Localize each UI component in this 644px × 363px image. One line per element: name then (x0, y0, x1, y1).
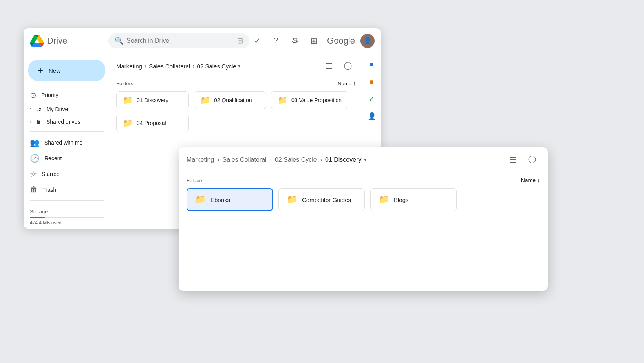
window2-body: Folders Name ↓ 📁 Ebooks 📁 Competitor Gui… (179, 172, 548, 291)
w2-sort-button[interactable]: Name ↓ (521, 177, 540, 183)
logo-area: Drive (30, 34, 108, 48)
folders-section-header: Folders Name ↑ (116, 77, 356, 91)
w2-folder-competitor-guides[interactable]: 📁 Competitor Guides (278, 188, 365, 211)
w2-list-view-btn[interactable]: ☰ (505, 152, 521, 168)
storage-bar-fill (30, 217, 45, 218)
rs-docs-icon[interactable]: ■ (364, 57, 380, 72)
breadcrumb-actions: ☰ ⓘ (321, 58, 356, 74)
w2-sort-label: Name (521, 177, 536, 183)
w2-breadcrumb-sales-collateral[interactable]: Sales Collateral (223, 156, 267, 163)
w2-sort-desc-icon: ↓ (537, 177, 540, 183)
breadcrumb: Marketing › Sales Collateral › 02 Sales … (116, 53, 356, 77)
sort-asc-icon: ↑ (353, 80, 356, 86)
list-view-btn[interactable]: ☰ (321, 58, 337, 74)
sidebar-item-label: Recent (44, 155, 62, 161)
w2-breadcrumb-marketing[interactable]: Marketing (187, 156, 214, 163)
sidebar-item-label: Trash (42, 187, 56, 193)
apps-icon-btn[interactable]: ⊞ (306, 33, 322, 49)
w2-folder-icon: 📁 (287, 194, 297, 205)
window2-actions: ☰ ⓘ (505, 152, 540, 168)
window-drive-discovery: Marketing › Sales Collateral › 02 Sales … (179, 147, 548, 291)
breadcrumb-sep1: › (145, 62, 146, 70)
rs-sheets-icon[interactable]: ■ (364, 74, 380, 90)
window2-header: Marketing › Sales Collateral › 02 Sales … (179, 147, 548, 172)
w2-folder-icon: 📁 (195, 194, 206, 205)
w2-folder-name: Blogs (394, 196, 409, 203)
storage-label: Storage (30, 209, 104, 214)
sidebar-item-shared-with-me[interactable]: 👥 Shared with me (24, 135, 105, 150)
w2-folders-section-header: Folders Name ↓ (187, 172, 540, 188)
chevron-icon: › (30, 106, 31, 112)
info-btn[interactable]: ⓘ (340, 58, 356, 74)
w2-folder-name: Ebooks (210, 196, 230, 203)
folder-02-qualification[interactable]: 📁 02 Qualification (194, 91, 266, 109)
chevron-icon: › (30, 119, 31, 125)
search-input[interactable] (126, 37, 234, 44)
chevron-down-icon[interactable]: ▾ (238, 63, 240, 69)
sidebar-divider2 (30, 200, 104, 201)
breadcrumb-marketing[interactable]: Marketing (116, 63, 142, 70)
new-button[interactable]: ＋ New (28, 60, 105, 81)
search-icon: 🔍 (115, 37, 123, 45)
avatar[interactable]: 👤 (360, 34, 375, 48)
breadcrumb-sep2: › (192, 62, 194, 70)
header-actions: ✓ ? ⚙ ⊞ Google 👤 (249, 33, 375, 49)
folder-03-value-proposition[interactable]: 📁 03 Value Proposition (271, 91, 348, 109)
starred-icon: ☆ (30, 169, 37, 179)
w2-folders-grid: 📁 Ebooks 📁 Competitor Guides 📁 Blogs (187, 188, 540, 211)
sidebar-item-starred[interactable]: ☆ Starred (24, 166, 105, 182)
my-drive-icon: 🗂 (36, 106, 42, 112)
sidebar: ＋ New ⊙ Priority › 🗂 My Drive › 🖥 Shared… (24, 53, 110, 229)
sidebar-item-label: Shared with me (44, 139, 82, 146)
recent-icon: 🕐 (30, 154, 40, 163)
folder-name: 02 Qualification (214, 97, 252, 103)
storage-used: 474.4 MB used (30, 220, 104, 226)
shared-with-me-icon: 👥 (30, 138, 40, 147)
storage-bar-bg (30, 217, 104, 218)
folder-icon: 📁 (278, 95, 287, 105)
sidebar-item-my-drive[interactable]: › 🗂 My Drive (24, 103, 110, 116)
sidebar-item-label: My Drive (46, 106, 68, 112)
search-bar[interactable]: 🔍 ⊟ (108, 33, 249, 48)
window2-breadcrumb: Marketing › Sales Collateral › 02 Sales … (187, 156, 505, 163)
sidebar-item-label: Priority (41, 92, 59, 98)
folders-grid: 📁 01 Discovery 📁 02 Qualification 📁 03 V… (116, 91, 356, 132)
folder-icon: 📁 (123, 95, 133, 105)
trash-icon: 🗑 (30, 185, 38, 194)
folder-icon: 📁 (123, 118, 133, 128)
w2-folder-icon: 📁 (379, 194, 389, 205)
tasks-icon-btn[interactable]: ✓ (249, 33, 265, 49)
chevron-down-icon[interactable]: ▾ (364, 157, 367, 163)
w2-sep1: › (217, 156, 219, 163)
folder-04-proposal[interactable]: 📁 04 Proposal (116, 114, 189, 132)
w2-info-btn[interactable]: ⓘ (524, 152, 540, 168)
folder-name: 03 Value Proposition (291, 97, 342, 103)
rs-tasks-icon[interactable]: ✓ (364, 91, 380, 107)
breadcrumb-sales-collateral[interactable]: Sales Collateral (149, 63, 190, 70)
w2-folder-ebooks[interactable]: 📁 Ebooks (187, 188, 273, 211)
w2-sep2: › (270, 156, 272, 163)
folder-01-discovery[interactable]: 📁 01 Discovery (116, 91, 189, 109)
sidebar-item-recent[interactable]: 🕐 Recent (24, 150, 105, 166)
new-button-label: New (49, 67, 60, 74)
w2-breadcrumb-01-discovery: 01 Discovery ▾ (325, 156, 366, 163)
search-filter-icon[interactable]: ⊟ (237, 37, 243, 45)
folders-label: Folders (116, 81, 133, 86)
rs-contacts-icon[interactable]: 👤 (364, 108, 380, 124)
storage-section: Storage 474.4 MB used (24, 204, 110, 229)
folder-icon: 📁 (200, 95, 210, 105)
w2-folder-blogs[interactable]: 📁 Blogs (370, 188, 457, 211)
drive-title: Drive (47, 36, 67, 46)
sort-button[interactable]: Name ↑ (338, 80, 356, 86)
w2-breadcrumb-02-sales-cycle[interactable]: 02 Sales Cycle (275, 156, 317, 163)
sidebar-item-priority[interactable]: ⊙ Priority (24, 87, 105, 103)
help-icon-btn[interactable]: ? (268, 33, 284, 49)
shared-drives-icon: 🖥 (36, 119, 42, 125)
settings-icon-btn[interactable]: ⚙ (287, 33, 303, 49)
window1-header: Drive 🔍 ⊟ ✓ ? ⚙ ⊞ Google 👤 (24, 28, 381, 53)
sidebar-item-label: Starred (42, 171, 60, 177)
sidebar-item-trash[interactable]: 🗑 Trash (24, 182, 105, 197)
sidebar-item-shared-drives[interactable]: › 🖥 Shared drives (24, 116, 110, 128)
folder-name: 04 Proposal (137, 120, 166, 126)
w2-folders-label: Folders (187, 178, 203, 183)
